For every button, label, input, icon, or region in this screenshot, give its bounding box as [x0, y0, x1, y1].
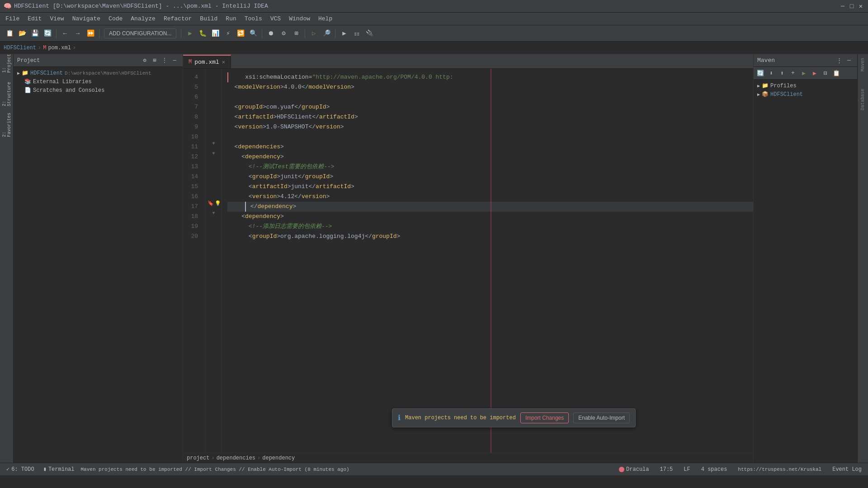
- left-sidebar-icons: 1: Project 2: Structure 2: Favorites: [0, 54, 14, 463]
- title-bar-controls[interactable]: ─ □ ✕: [839, 3, 864, 10]
- grid-button[interactable]: ⊞: [290, 28, 302, 39]
- maven-generate-icon[interactable]: ⬆: [777, 68, 787, 78]
- status-position-button[interactable]: 17:5: [657, 465, 676, 474]
- sidebar-item-favorites[interactable]: 2: Favorites: [1, 119, 12, 130]
- add-configuration-button[interactable]: ADD CONFIGURATION...: [104, 28, 176, 38]
- code-editor[interactable]: 4 5 6 7 8 9 10 11 12 13 14 15 16 17 18 1…: [183, 69, 753, 453]
- menu-tools[interactable]: Tools: [241, 14, 266, 24]
- run-test-icon[interactable]: ▷: [308, 28, 320, 39]
- maven-toggle-icon[interactable]: ⊟: [821, 68, 830, 78]
- menu-run[interactable]: Run: [222, 14, 240, 24]
- gutter-line11[interactable]: ▼: [206, 138, 222, 148]
- open-icon[interactable]: 📂: [16, 28, 28, 39]
- menu-analyze[interactable]: Analyze: [127, 14, 159, 24]
- status-theme-button[interactable]: Dracula: [616, 465, 651, 474]
- code-content[interactable]: xsi:schemaLocation="http://maven.apache.…: [222, 69, 753, 453]
- code-line-14: <groupId>junit</groupId>: [227, 172, 753, 182]
- back-icon[interactable]: ←: [59, 28, 71, 39]
- line-num-16: 16: [183, 192, 202, 202]
- save-icon[interactable]: 💾: [29, 28, 41, 39]
- sync-icon[interactable]: 🔄: [42, 28, 53, 39]
- forward-run-icon[interactable]: ⏩: [85, 28, 96, 39]
- status-indent-button[interactable]: 4 spaces: [698, 465, 730, 474]
- status-terminal-button[interactable]: ▮ Terminal: [41, 465, 77, 474]
- gutter-line18[interactable]: ▼: [206, 208, 222, 218]
- tree-item-root[interactable]: ▶ 📁 HDFSClient D:\workspace\Maven\HDFSCl…: [14, 69, 183, 77]
- bulb-icon[interactable]: 💡: [215, 200, 221, 206]
- maven-run-icon[interactable]: ▶: [799, 68, 809, 78]
- indent-guide: [227, 72, 228, 82]
- minimize-button[interactable]: ─: [839, 3, 846, 10]
- forward-icon[interactable]: →: [72, 28, 84, 39]
- project-panel-minimize-icon[interactable]: ─: [170, 56, 179, 65]
- search-icon[interactable]: 🔎: [321, 28, 332, 39]
- project-panel-settings-icon[interactable]: ⚙: [140, 56, 149, 65]
- menu-edit[interactable]: Edit: [24, 14, 45, 24]
- tab-pom-xml[interactable]: M pom.xml ✕: [183, 55, 231, 68]
- menu-build[interactable]: Build: [196, 14, 221, 24]
- debug-button[interactable]: 🐛: [197, 28, 208, 39]
- layout-icon[interactable]: ⚏: [351, 28, 363, 39]
- sidebar-right-database[interactable]: Database: [860, 89, 865, 110]
- reload-button[interactable]: 🔁: [235, 28, 246, 39]
- import-changes-button[interactable]: Import Changes: [520, 412, 569, 423]
- maven-download-icon[interactable]: ⬇: [766, 68, 776, 78]
- tree-item-scratches[interactable]: 📄 Scratches and Consoles: [14, 86, 183, 95]
- maven-panel-options-icon[interactable]: ⋮: [835, 56, 844, 65]
- event-log-button[interactable]: Event Log: [830, 465, 864, 474]
- breadcrumb-project[interactable]: HDFSClient: [4, 45, 36, 51]
- maven-panel-minimize-icon[interactable]: ─: [844, 56, 854, 65]
- sidebar-item-structure[interactable]: 2: Structure: [1, 89, 12, 99]
- run2-icon[interactable]: ▶: [338, 28, 350, 39]
- settings-button[interactable]: ⚙: [278, 28, 289, 39]
- status-todo-button[interactable]: ✓ 6: TODO: [4, 465, 37, 474]
- status-url[interactable]: https://truspess.net/Kruskal: [735, 466, 824, 473]
- maven-toolbar: 🔄 ⬇ ⬆ + ▶ ▶ ⊟ 📋: [754, 67, 857, 80]
- plugin-icon[interactable]: 🔌: [363, 28, 375, 39]
- search-everywhere-button[interactable]: 🔍: [247, 28, 259, 39]
- maven-settings-icon[interactable]: 📋: [831, 68, 841, 78]
- menu-code[interactable]: Code: [105, 14, 126, 24]
- menu-vcs[interactable]: VCS: [267, 14, 284, 24]
- menu-help[interactable]: Help: [315, 14, 336, 24]
- maven-refresh-icon[interactable]: 🔄: [755, 68, 765, 78]
- close-button[interactable]: ✕: [857, 3, 864, 10]
- maven-item-hdfsclient[interactable]: ▶ 📦 HDFSClient: [754, 90, 857, 99]
- code-line-11: <dependencies>: [227, 142, 753, 152]
- sidebar-right-maven[interactable]: Maven: [860, 58, 865, 71]
- menu-file[interactable]: File: [2, 14, 23, 24]
- terminal-icon: ▮: [43, 466, 47, 473]
- maven-item-profiles[interactable]: ▶ 📁 Profiles: [754, 81, 857, 90]
- line-num-6: 6: [183, 92, 202, 102]
- status-message: Maven projects need to be imported // Im…: [81, 467, 349, 472]
- maven-phase-icon[interactable]: ▶: [810, 68, 820, 78]
- menu-window[interactable]: Window: [285, 14, 314, 24]
- breadcrumb-file[interactable]: pom.xml: [48, 45, 71, 51]
- tree-item-external-libs[interactable]: 📚 External Libraries: [14, 77, 183, 86]
- breadcrumb-bottom-dependencies[interactable]: dependencies: [217, 455, 255, 461]
- bookmark-icon[interactable]: 🔖: [208, 200, 214, 206]
- coverage-button[interactable]: 📊: [209, 28, 221, 39]
- project-panel-expand-icon[interactable]: ⊞: [150, 56, 159, 65]
- scratches-icon: 📄: [24, 87, 31, 94]
- gutter-line12[interactable]: ▼: [206, 148, 222, 158]
- new-project-icon[interactable]: 📋: [4, 28, 15, 39]
- tab-pom-xml-label: pom.xml: [194, 59, 219, 66]
- profile-button[interactable]: ⚡: [222, 28, 234, 39]
- menu-navigate[interactable]: Navigate: [69, 14, 104, 24]
- menu-view[interactable]: View: [46, 14, 67, 24]
- menu-refactor[interactable]: Refactor: [160, 14, 195, 24]
- project-panel-options-icon[interactable]: ⋮: [160, 56, 169, 65]
- sidebar-item-project[interactable]: 1: Project: [1, 58, 12, 69]
- breadcrumb-bottom-project[interactable]: project: [187, 455, 209, 461]
- status-lf-button[interactable]: LF: [681, 465, 693, 474]
- breadcrumb-bottom-dependency[interactable]: dependency: [262, 455, 295, 461]
- maximize-button[interactable]: □: [848, 3, 855, 10]
- theme-label: Dracula: [626, 466, 649, 473]
- enable-auto-import-button[interactable]: Enable Auto-Import: [573, 412, 630, 423]
- tab-pom-xml-close[interactable]: ✕: [222, 59, 225, 66]
- record-button[interactable]: ⏺: [265, 28, 277, 39]
- maven-add-icon[interactable]: +: [788, 68, 798, 78]
- todo-icon: ✓: [6, 466, 9, 473]
- run-button[interactable]: ▶: [184, 28, 196, 39]
